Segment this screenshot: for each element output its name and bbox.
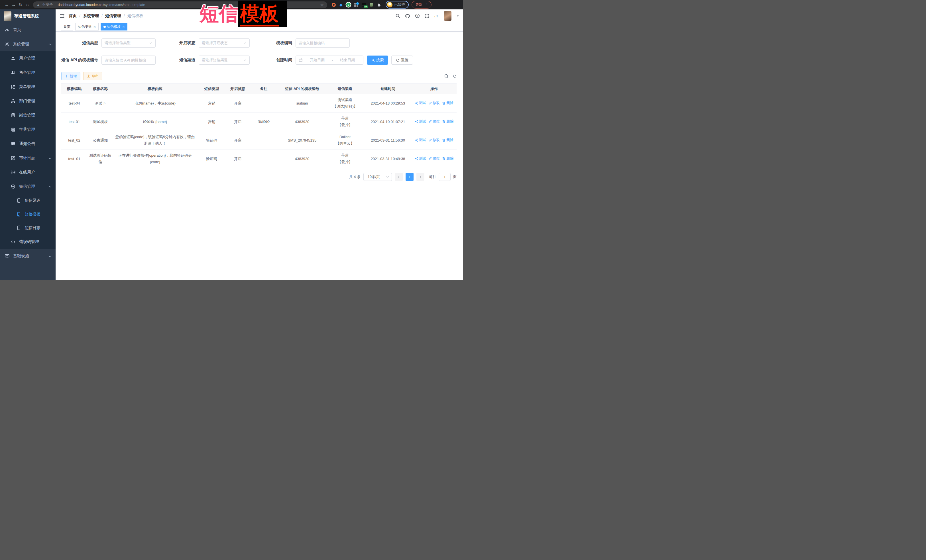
extension-list-icon[interactable]: on	[362, 3, 366, 6]
extensions-puzzle-icon[interactable]	[377, 3, 381, 7]
tab-item[interactable]: 首页	[61, 23, 73, 30]
sidebar-item[interactable]: 用户管理	[0, 51, 56, 65]
close-icon[interactable]: ×	[94, 25, 96, 29]
cell-code: test_02	[61, 131, 87, 150]
search-button[interactable]: 搜索	[367, 56, 388, 65]
sidebar-item[interactable]: 短信管理	[0, 180, 56, 194]
breadcrumb-item[interactable]: 系统管理	[83, 14, 99, 18]
fullscreen-icon[interactable]	[425, 14, 429, 18]
back-icon[interactable]: ←	[3, 0, 10, 9]
plus-icon	[65, 74, 68, 78]
delete-link[interactable]: 删除	[442, 100, 454, 106]
extension-gem-icon[interactable]: ◆	[339, 3, 343, 7]
sidebar-item-label: 审计日志	[19, 155, 35, 161]
extension-grid-icon[interactable]	[354, 3, 358, 7]
end-date-placeholder[interactable]: 结束日期	[334, 57, 360, 63]
github-icon[interactable]	[405, 14, 410, 18]
address-bar[interactable]: ▲ 不安全 dashboard.yudao.iocoder.cn /system…	[33, 2, 327, 8]
sidebar-item[interactable]: 短信模板	[0, 207, 56, 221]
delete-link[interactable]: 删除	[442, 155, 454, 162]
channel-select[interactable]: 请选择短信渠道	[199, 56, 250, 65]
modify-link[interactable]: 修改	[428, 100, 440, 106]
extension-misc-icon[interactable]	[370, 3, 373, 6]
cell-actions: 测试修改删除	[412, 94, 457, 113]
extension-donut-icon[interactable]	[332, 3, 336, 7]
close-icon[interactable]: ×	[123, 25, 125, 29]
kebab-menu-icon[interactable]: ⋮	[425, 3, 429, 7]
sidebar-item-label: 短信渠道	[25, 198, 40, 203]
test-link[interactable]: 测试	[415, 155, 426, 162]
sidebar-item[interactable]: 基础设施	[0, 249, 56, 263]
add-button[interactable]: 新增	[61, 72, 80, 80]
modify-link[interactable]: 修改	[428, 137, 440, 143]
browser-profile-chip[interactable]: 已暂停	[386, 1, 409, 9]
browser-chrome: ← → ↻ ⌂ ▲ 不安全 dashboard.yudao.iocoder.cn…	[0, 0, 463, 9]
app-title: 芋道管理系统	[14, 14, 39, 19]
hamburger-icon[interactable]	[56, 14, 69, 18]
test-link[interactable]: 测试	[415, 100, 426, 106]
trash-icon	[442, 101, 445, 105]
breadcrumb-item: 短信模板	[127, 14, 143, 18]
browser-update-button[interactable]: 更新 ⋮	[412, 1, 431, 9]
tab-label: 短信渠道	[78, 24, 92, 29]
start-date-placeholder[interactable]: 开始日期	[304, 57, 330, 63]
breadcrumb-item[interactable]: 首页	[69, 14, 77, 18]
api-template-id-input[interactable]	[104, 58, 153, 62]
sidebar-item[interactable]: 部门管理	[0, 94, 56, 108]
sidebar-item[interactable]: 角色管理	[0, 65, 56, 80]
book-icon	[11, 127, 15, 132]
tab-item[interactable]: 短信渠道×	[75, 23, 98, 30]
sidebar-item[interactable]: 在线用户	[0, 165, 56, 180]
tab-active[interactable]: 短信模板×	[101, 23, 128, 30]
toggle-search-icon[interactable]	[444, 74, 449, 78]
delete-link[interactable]: 删除	[442, 137, 454, 143]
app-logo-row[interactable]: 芋道管理系统	[0, 9, 56, 23]
help-icon[interactable]: ?	[415, 14, 420, 18]
sidebar-item[interactable]: 短信渠道	[0, 194, 56, 207]
cell-type: 验证码	[197, 131, 227, 150]
reset-button[interactable]: 重置	[391, 56, 413, 65]
delete-link[interactable]: 删除	[442, 118, 454, 125]
search-icon[interactable]	[395, 14, 400, 18]
sidebar-item[interactable]: 短信日志	[0, 221, 56, 235]
extension-y-icon[interactable]: y	[346, 3, 351, 7]
sidebar-item[interactable]: 菜单管理	[0, 80, 56, 94]
modify-link[interactable]: 修改	[428, 118, 440, 125]
test-link[interactable]: 测试	[415, 118, 426, 125]
sidebar-item[interactable]: 字典管理	[0, 122, 56, 137]
cell-created: 2021-03-31 11:56:30	[364, 131, 412, 150]
sidebar-item-label: 部门管理	[19, 98, 35, 104]
cell-api_id: SMS_207945135	[278, 131, 326, 150]
next-page-button[interactable]	[416, 173, 424, 181]
cell-api_id: suibian	[278, 94, 326, 113]
breadcrumb-item[interactable]: 短信管理	[105, 14, 121, 18]
user-avatar[interactable]	[444, 11, 451, 21]
sidebar-item[interactable]: 错误码管理	[0, 235, 56, 249]
template-code-input[interactable]	[299, 41, 346, 45]
goto-page-input[interactable]	[439, 173, 451, 181]
page-size-select[interactable]: 10条/页	[363, 173, 392, 181]
chevron-down-icon	[386, 175, 389, 179]
export-button[interactable]: 导出	[83, 72, 102, 80]
create-time-range-picker[interactable]: 开始日期 - 结束日期	[295, 56, 363, 65]
font-size-icon[interactable]: TT	[434, 14, 439, 18]
modify-link[interactable]: 修改	[428, 155, 440, 162]
current-page-button[interactable]: 1	[406, 173, 413, 181]
page: ← → ↻ ⌂ ▲ 不安全 dashboard.yudao.iocoder.cn…	[0, 0, 463, 280]
test-link[interactable]: 测试	[415, 137, 426, 143]
prev-page-button[interactable]	[395, 173, 403, 181]
sidebar-item[interactable]: 通知公告	[0, 137, 56, 151]
status-select[interactable]: 请选择开启状态	[199, 38, 250, 48]
sms-type-select[interactable]: 请选择短信类型	[101, 38, 156, 48]
reload-icon[interactable]: ↻	[17, 0, 24, 9]
home-icon[interactable]: ⌂	[24, 0, 31, 9]
refresh-table-icon[interactable]	[453, 74, 457, 78]
sidebar-item[interactable]: 系统管理	[0, 37, 56, 51]
tab-label: 首页	[64, 24, 70, 29]
sidebar-item[interactable]: 审计日志	[0, 151, 56, 165]
sidebar-item[interactable]: 岗位管理	[0, 108, 56, 122]
forward-icon[interactable]: →	[10, 0, 17, 9]
bookmark-star-icon[interactable]: ☆	[320, 3, 324, 7]
sidebar-item[interactable]: 首页	[0, 23, 56, 37]
caret-down-icon[interactable]	[456, 15, 459, 17]
